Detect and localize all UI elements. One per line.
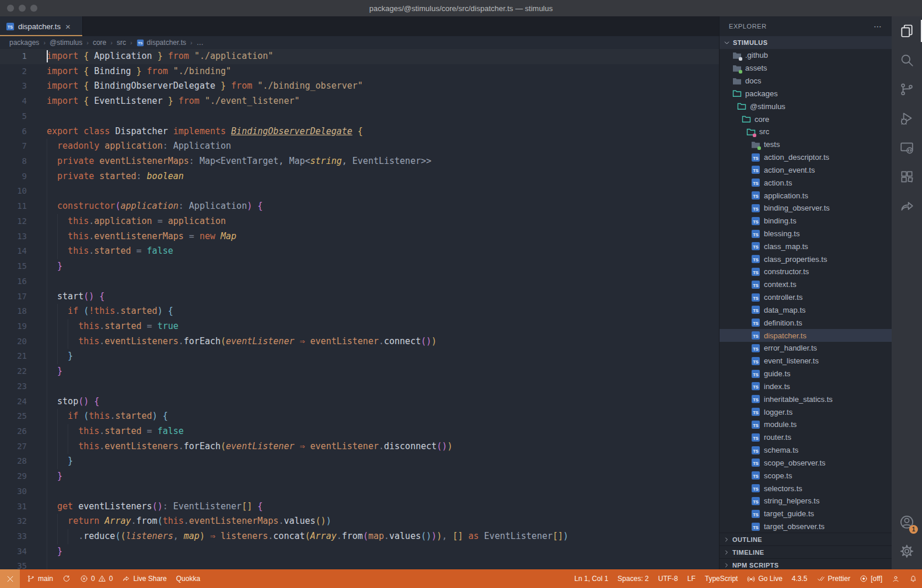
folder-tree-item-@stimulus[interactable]: @stimulus (720, 100, 892, 113)
code-line[interactable]: 20 this.eventListeners.forEach(eventList… (0, 334, 719, 349)
status-sync[interactable] (58, 569, 75, 588)
gutter-line-number[interactable]: 3 (0, 79, 27, 94)
maximize-window-icon[interactable] (30, 5, 37, 12)
code-line[interactable]: 22 } (0, 364, 719, 379)
debug-icon[interactable] (892, 104, 922, 133)
account-icon[interactable]: 1 (892, 508, 922, 537)
file-tree-item-string_helpers.ts[interactable]: TSstring_helpers.ts (720, 495, 892, 508)
status-version[interactable]: 4.3.5 (787, 569, 812, 588)
section-header-outline[interactable]: OUTLINE (720, 533, 892, 545)
live-share-icon[interactable] (892, 191, 922, 220)
file-tree-item-binding_observer.ts[interactable]: TSbinding_observer.ts (720, 202, 892, 215)
file-tree-item-index.ts[interactable]: TSindex.ts (720, 380, 892, 393)
file-tree-item-error_handler.ts[interactable]: TSerror_handler.ts (720, 342, 892, 355)
gutter-line-number[interactable]: 1 (0, 49, 27, 64)
gutter-line-number[interactable]: 18 (0, 304, 27, 319)
code-line[interactable]: 6export class Dispatcher implements Bind… (0, 124, 719, 139)
files-icon[interactable] (892, 16, 922, 46)
file-tree-item-router.ts[interactable]: TSrouter.ts (720, 431, 892, 444)
gutter-line-number[interactable]: 29 (0, 469, 27, 484)
extensions-icon[interactable] (892, 162, 922, 191)
gutter-line-number[interactable]: 20 (0, 334, 27, 349)
code-line[interactable]: 15 } (0, 259, 719, 274)
code-line[interactable]: 28 } (0, 454, 719, 469)
minimize-window-icon[interactable] (19, 5, 26, 12)
file-tree-item-selectors.ts[interactable]: TSselectors.ts (720, 482, 892, 495)
breadcrumb-item[interactable]: @stimulus (50, 38, 82, 47)
folder-tree-item-core[interactable]: core (720, 113, 892, 125)
code-editor[interactable]: 1import { Application } from "./applicat… (0, 49, 719, 569)
folder-tree-item-.github[interactable]: .github (720, 49, 892, 62)
gutter-line-number[interactable]: 14 (0, 244, 27, 259)
folder-tree-item-docs[interactable]: docs (720, 75, 892, 88)
file-tree-item-controller.ts[interactable]: TScontroller.ts (720, 291, 892, 304)
source-control-icon[interactable] (892, 75, 922, 104)
section-header-stimulus[interactable]: STIMULUS (720, 36, 892, 49)
code-line[interactable]: 8 private eventListenerMaps: Map<EventTa… (0, 154, 719, 169)
gutter-line-number[interactable]: 27 (0, 439, 27, 454)
code-line[interactable]: 33 .reduce((listeners, map) ⇒ listeners.… (0, 529, 719, 544)
code-line[interactable]: 26 this.started = false (0, 424, 719, 439)
file-tree-item-blessing.ts[interactable]: TSblessing.ts (720, 228, 892, 240)
file-tree-item-scope_observer.ts[interactable]: TSscope_observer.ts (720, 457, 892, 470)
gutter-line-number[interactable]: 25 (0, 409, 27, 424)
gutter-line-number[interactable]: 31 (0, 499, 27, 514)
code-line[interactable]: 31 get eventListeners(): EventListener[]… (0, 499, 719, 514)
folder-tree-item-src[interactable]: src (720, 125, 892, 138)
gutter-line-number[interactable]: 24 (0, 394, 27, 410)
remote-icon[interactable] (892, 133, 922, 162)
file-tree-item-context.ts[interactable]: TScontext.ts (720, 278, 892, 291)
code-line[interactable]: 32 return Array.from(this.eventListenerM… (0, 514, 719, 529)
gutter-line-number[interactable]: 5 (0, 109, 27, 124)
gutter-line-number[interactable]: 8 (0, 154, 27, 169)
breadcrumb-item[interactable]: src (117, 38, 126, 47)
gutter-line-number[interactable]: 16 (0, 274, 27, 289)
status-branch[interactable]: main (22, 569, 58, 588)
gutter-line-number[interactable]: 15 (0, 259, 27, 274)
code-line[interactable]: 29 } (0, 469, 719, 484)
gutter-line-number[interactable]: 11 (0, 199, 27, 214)
close-window-icon[interactable] (7, 5, 14, 12)
code-line[interactable]: 5 (0, 109, 719, 124)
file-tree-item-binding.ts[interactable]: TSbinding.ts (720, 215, 892, 228)
gutter-line-number[interactable]: 35 (0, 559, 27, 569)
gutter-line-number[interactable]: 13 (0, 229, 27, 244)
code-line[interactable]: 30 (0, 484, 719, 499)
code-line[interactable]: 21 } (0, 349, 719, 364)
gutter-line-number[interactable]: 34 (0, 544, 27, 559)
breadcrumb-item[interactable]: core (93, 38, 106, 47)
status-go-live[interactable]: Go Live (742, 569, 787, 588)
section-header-npm-scripts[interactable]: NPM SCRIPTS (720, 558, 892, 569)
file-tree-item-event_listener.ts[interactable]: TSevent_listener.ts (720, 355, 892, 368)
status-notifications[interactable] (904, 569, 922, 588)
status-encoding[interactable]: UTF-8 (654, 569, 683, 588)
file-tree-item-class_properties.ts[interactable]: TSclass_properties.ts (720, 253, 892, 265)
gutter-line-number[interactable]: 17 (0, 289, 27, 304)
code-line[interactable]: 3import { BindingObserverDelegate } from… (0, 79, 719, 94)
gutter-line-number[interactable]: 21 (0, 349, 27, 364)
file-tree-item-schema.ts[interactable]: TSschema.ts (720, 444, 892, 457)
code-line[interactable]: 10 (0, 184, 719, 199)
status-indentation[interactable]: Spaces: 2 (613, 569, 653, 588)
sidebar-more-icon[interactable]: ⋯ (874, 22, 882, 31)
file-tree-item-target_observer.ts[interactable]: TStarget_observer.ts (720, 520, 892, 533)
gutter-line-number[interactable]: 9 (0, 169, 27, 184)
file-tree-item-action.ts[interactable]: TSaction.ts (720, 176, 892, 189)
code-line[interactable]: 34 } (0, 544, 719, 559)
remote-indicator[interactable] (0, 569, 20, 588)
gutter-line-number[interactable]: 28 (0, 454, 27, 469)
gutter-line-number[interactable]: 22 (0, 364, 27, 379)
gutter-line-number[interactable]: 4 (0, 94, 27, 109)
file-tree-item-dispatcher.ts[interactable]: TSdispatcher.ts (720, 329, 892, 342)
gutter-line-number[interactable]: 26 (0, 424, 27, 439)
code-line[interactable]: 17 start() { (0, 289, 719, 304)
file-tree-item-class_map.ts[interactable]: TSclass_map.ts (720, 240, 892, 253)
code-line[interactable]: 13 this.eventListenerMaps = new Map (0, 229, 719, 244)
gutter-line-number[interactable]: 7 (0, 139, 27, 154)
file-tree-item-scope.ts[interactable]: TSscope.ts (720, 469, 892, 482)
file-tree-item-inheritable_statics.ts[interactable]: TSinheritable_statics.ts (720, 393, 892, 405)
code-line[interactable]: 2import { Binding } from "./binding" (0, 64, 719, 79)
gutter-line-number[interactable]: 10 (0, 184, 27, 199)
file-tree-item-logger.ts[interactable]: TSlogger.ts (720, 405, 892, 418)
file-tree-item-definition.ts[interactable]: TSdefinition.ts (720, 316, 892, 329)
